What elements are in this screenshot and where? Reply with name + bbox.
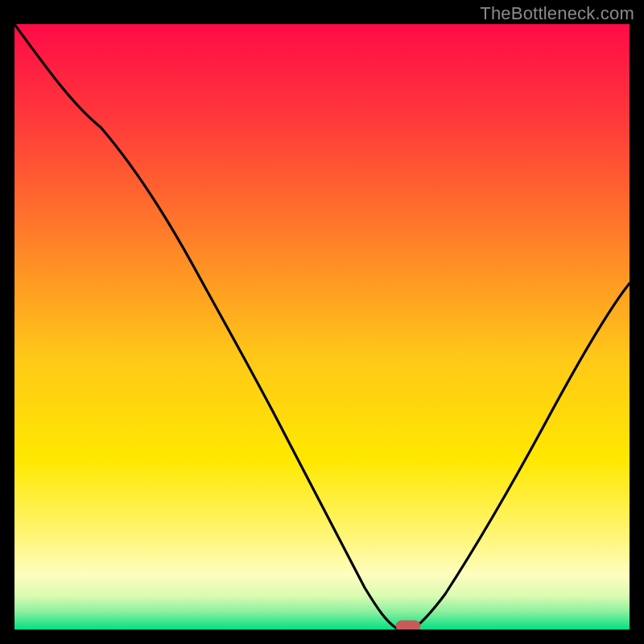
chart-frame: TheBottleneck.com bbox=[0, 0, 644, 644]
watermark-text: TheBottleneck.com bbox=[480, 3, 634, 24]
chart-svg bbox=[14, 24, 630, 630]
bottleneck-plot bbox=[14, 24, 630, 630]
gradient-background bbox=[14, 24, 630, 630]
optimal-marker bbox=[396, 621, 420, 630]
